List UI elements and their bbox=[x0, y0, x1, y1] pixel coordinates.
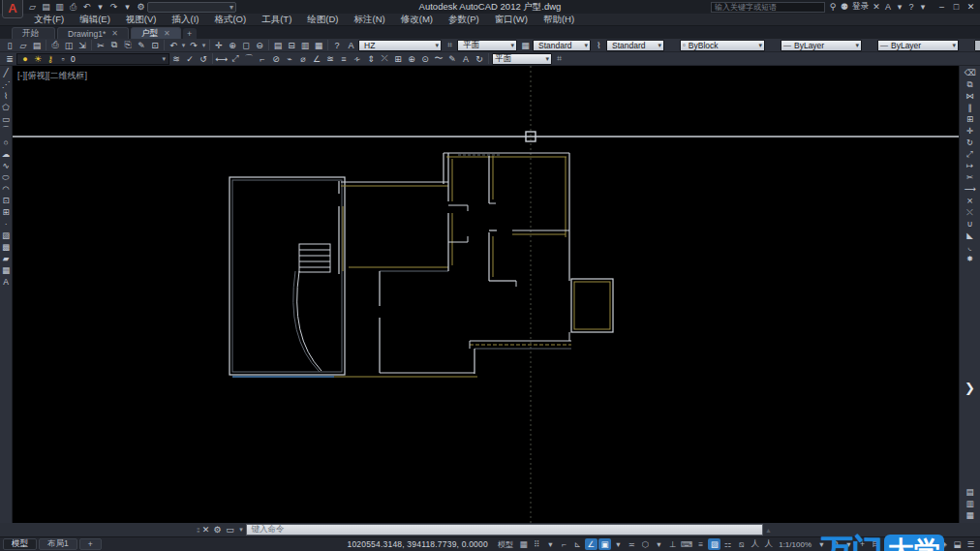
dim-style-manager-icon[interactable]: ⌗ bbox=[553, 53, 566, 64]
tab-close-icon[interactable]: ✕ bbox=[111, 29, 118, 38]
qnew-icon[interactable]: ▯ bbox=[3, 39, 16, 51]
signin-user-icon[interactable]: ⚉ bbox=[839, 1, 850, 13]
paste-icon[interactable]: ⎘ bbox=[121, 39, 135, 51]
polygon-icon[interactable]: ⬠ bbox=[0, 102, 13, 113]
gradient-icon[interactable]: ▩ bbox=[0, 241, 13, 253]
model-space-toggle[interactable]: 模型 bbox=[495, 538, 516, 550]
selection-cycling-toggle[interactable]: ⧅ bbox=[735, 538, 748, 550]
save-icon[interactable]: ▤ bbox=[40, 1, 52, 13]
3d-osnap-menu[interactable]: ▾ bbox=[653, 538, 665, 550]
dim-baseline-icon[interactable]: ≡ bbox=[337, 52, 351, 65]
customization-menu-icon[interactable]: ☰ bbox=[965, 538, 977, 550]
mirror-icon[interactable]: ⋈ bbox=[964, 90, 976, 102]
command-history-icon[interactable]: ▭ bbox=[224, 524, 235, 536]
redo-icon[interactable]: ↷ bbox=[107, 1, 120, 13]
menu-item[interactable]: 参数(P) bbox=[442, 14, 486, 26]
dim-arclength-icon[interactable]: ⌒ bbox=[242, 52, 256, 65]
quick-properties-toggle[interactable]: ⚏ bbox=[721, 538, 734, 550]
line-icon[interactable]: ╱ bbox=[0, 67, 13, 78]
layer-previous-icon[interactable]: ↺ bbox=[197, 52, 210, 65]
revision-cloud-icon[interactable]: ☁ bbox=[0, 148, 13, 160]
point-icon[interactable]: ∙ bbox=[0, 218, 13, 230]
lineweight-toggle[interactable]: ≡ bbox=[694, 538, 707, 550]
search-icon[interactable]: ⚲ bbox=[827, 1, 839, 13]
region-icon[interactable]: ▰ bbox=[0, 253, 13, 264]
stretch-icon[interactable]: ↦ bbox=[964, 160, 976, 171]
menu-item[interactable]: 帮助(H) bbox=[536, 14, 581, 26]
snap-toggle[interactable]: ⠿ bbox=[531, 538, 543, 550]
annotation-scale[interactable]: 1:1/100% bbox=[776, 538, 814, 550]
dim-jogged-icon[interactable]: ⌁ bbox=[283, 52, 296, 65]
command-input[interactable]: 键入命令 bbox=[246, 524, 763, 536]
workspace-combo[interactable]: ▾ bbox=[147, 2, 236, 13]
workspace-gear-icon[interactable]: ⚙ bbox=[135, 1, 147, 13]
trim-icon[interactable]: ✂ bbox=[964, 171, 976, 183]
menu-item[interactable]: 绘图(D) bbox=[300, 14, 345, 26]
tolerance-icon[interactable]: ⊞ bbox=[391, 52, 405, 65]
layer-lock-icon[interactable]: ⚷ bbox=[46, 52, 55, 65]
help-menu-icon[interactable]: ▾ bbox=[917, 1, 929, 13]
redo-menu-icon[interactable]: ▾ bbox=[200, 39, 207, 51]
dim-style-combo-2[interactable]: 平面 ▾ ⌗ bbox=[492, 53, 566, 65]
layer-states-icon[interactable]: ≋ bbox=[169, 52, 183, 65]
signin-label[interactable]: 登录 bbox=[852, 1, 869, 13]
extend-icon[interactable]: ⟶ bbox=[964, 183, 976, 195]
ellipse-arc-icon[interactable]: ◠ bbox=[0, 183, 13, 195]
spline-icon[interactable]: ∿ bbox=[0, 160, 13, 171]
fillet-icon[interactable]: ◟ bbox=[964, 241, 976, 253]
sheet-set-manager-icon[interactable]: ▦ bbox=[312, 39, 325, 51]
properties-palette-icon[interactable]: ▤ bbox=[271, 39, 285, 51]
help-icon[interactable]: ? bbox=[905, 1, 917, 13]
dim-space-icon[interactable]: ⇕ bbox=[364, 52, 378, 65]
help-search-input[interactable] bbox=[711, 2, 825, 13]
tool-palettes-icon[interactable]: ▥ bbox=[298, 39, 312, 51]
layer-combo[interactable]: ● ☀ ⚷ ▫ 0 ▾ bbox=[16, 53, 169, 65]
center-mark-icon[interactable]: ⊕ bbox=[405, 52, 418, 65]
menu-item[interactable]: 插入(I) bbox=[165, 14, 205, 26]
rectangle-icon[interactable]: ▭ bbox=[0, 113, 13, 125]
hatch-icon[interactable]: ▨ bbox=[0, 230, 13, 241]
pan-icon[interactable]: ✛ bbox=[212, 39, 226, 51]
help-icon[interactable]: ? bbox=[330, 39, 344, 51]
linetype-combo[interactable]: — ByLayer ▾ bbox=[767, 40, 862, 51]
customize-command-icon[interactable]: ⚙ bbox=[212, 524, 222, 536]
break-at-point-icon[interactable]: ⨯ bbox=[964, 195, 976, 206]
dim-linear-icon[interactable]: ⟷ bbox=[215, 52, 229, 65]
undo-menu-icon[interactable]: ▾ bbox=[94, 1, 107, 13]
save-file-icon[interactable]: ▤ bbox=[30, 39, 44, 51]
make-block-icon[interactable]: ⊞ bbox=[0, 206, 13, 218]
erase-icon[interactable]: ⌫ bbox=[964, 67, 976, 78]
command-close-icon[interactable]: ✕ bbox=[200, 524, 210, 536]
jogged-linear-icon[interactable]: 〜 bbox=[432, 52, 445, 65]
block-editor-icon[interactable]: ⊡ bbox=[148, 39, 162, 51]
viewport-controls[interactable]: [-][俯视][二维线框] bbox=[17, 70, 87, 82]
annotation-visibility-icon[interactable]: 人 bbox=[749, 538, 761, 550]
menu-item[interactable]: 文件(F) bbox=[27, 14, 71, 26]
floorplan-drawing[interactable] bbox=[13, 66, 959, 523]
dim-diameter-icon[interactable]: ⌀ bbox=[296, 52, 310, 65]
circle-icon[interactable]: ○ bbox=[0, 137, 13, 148]
ellipse-icon[interactable]: ⬭ bbox=[0, 171, 13, 183]
command-scroll-up-icon[interactable]: ▲ bbox=[765, 527, 772, 534]
zoom-window-icon[interactable]: ◻ bbox=[239, 39, 253, 51]
dim-text-edit-icon[interactable]: A bbox=[459, 52, 473, 65]
designcenter-icon[interactable]: ⊟ bbox=[285, 39, 298, 51]
model-tab[interactable]: 模型 bbox=[3, 538, 37, 550]
text-style-combo[interactable]: A HZ ▾ bbox=[345, 40, 442, 51]
object-color-combo[interactable]: ▫ ByBlock ▾ bbox=[666, 40, 765, 51]
plot-icon[interactable]: ⎙ bbox=[67, 1, 79, 13]
chamfer-icon[interactable]: ◣ bbox=[964, 230, 976, 241]
table-icon[interactable]: ▦ bbox=[0, 264, 13, 276]
array-icon[interactable]: ⊞ bbox=[964, 113, 976, 125]
saveas-icon[interactable]: ▥ bbox=[53, 1, 66, 13]
lineweight-combo[interactable]: — ByLayer ▾ bbox=[864, 40, 959, 51]
layer-freeze-icon[interactable]: ☀ bbox=[33, 52, 43, 65]
table-style-combo[interactable]: ▦ Standard ▾ bbox=[519, 40, 591, 51]
quick-dim-icon[interactable]: ≊ bbox=[323, 52, 337, 65]
mtext-icon[interactable]: A bbox=[0, 276, 13, 288]
dim-radius-icon[interactable]: ⊘ bbox=[269, 52, 283, 65]
layer-properties-icon[interactable]: ≣ bbox=[3, 52, 16, 65]
multileader-style-combo[interactable]: ⌇ Standard ▾ bbox=[593, 40, 664, 51]
dim-aligned-icon[interactable]: ⤢ bbox=[229, 52, 242, 65]
ortho-toggle[interactable]: ⊾ bbox=[571, 538, 584, 550]
